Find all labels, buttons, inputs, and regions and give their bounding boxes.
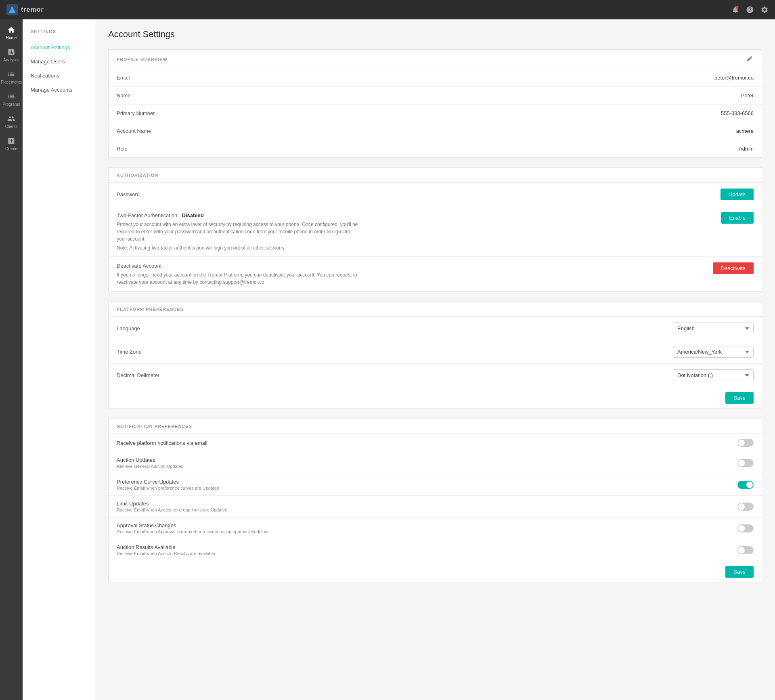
toggle-auction-results[interactable] [737,546,754,554]
profile-row-phone: Primary Number 555-333-6566 [109,105,762,122]
notification-save-button[interactable]: Save [725,566,754,578]
notif-row-platform-email: Receive platform notifications via email [109,434,762,452]
platform-preferences-title: PLATFORM PREFERENCES [117,307,184,312]
toggle-limit-updates[interactable] [737,503,754,511]
sidebar-item-account-settings[interactable]: Account Settings [23,40,95,54]
timezone-row: Time Zone America/New_York America/Chica… [109,340,762,364]
update-password-button[interactable]: Update [721,189,754,200]
notif-row-auction-results: Auction Results Available Recieve Email … [109,539,762,561]
sidebar-item-home[interactable]: Home [0,23,23,43]
toggle-approval-status[interactable] [737,524,754,532]
main-content: Account Settings PROFILE OVERVIEW Email … [95,19,775,700]
settings-gear-icon[interactable] [760,6,769,14]
authorization-header: AUTHORIZATION [109,168,762,183]
language-select[interactable]: English Spanish French German [673,323,754,334]
notif-row-approval-status: Approval Status Changes Receive Email wh… [109,518,762,539]
toggle-preference-curve[interactable] [737,481,754,489]
notification-preferences-title: NOTIFICATION PREFERENCES [117,424,192,429]
profile-row-role: Role Admin [109,140,762,157]
notif-row-limit-updates: Limit Updates Receive Email when Auction… [109,496,762,518]
authorization-section: AUTHORIZATION Password Update Two-Factor… [108,168,762,292]
profile-overview-title: PROFILE OVERVIEW [117,57,168,62]
platform-preferences-section: PLATFORM PREFERENCES Language English Sp… [108,302,762,409]
profile-row-name: Name Peter [109,87,762,105]
platform-save-row: Save [109,387,762,409]
authorization-title: AUTHORIZATION [117,173,158,178]
profile-overview-section: PROFILE OVERVIEW Email peter@tremor.co N… [108,49,762,158]
platform-save-button[interactable]: Save [725,392,754,404]
enable-two-factor-button[interactable]: Enable [721,212,754,224]
sidebar-item-create[interactable]: Create [0,134,23,154]
page-title: Account Settings [108,29,762,40]
notification-preferences-section: NOTIFICATION PREFERENCES Receive platfor… [108,419,762,583]
notif-row-auction-updates: Auction Updates Recieve General Auction … [109,452,762,474]
toggle-platform-email[interactable] [737,439,754,447]
left-sidebar: Home Analytics Placements Programs Clien… [0,19,23,700]
sidebar-item-manage-accounts[interactable]: Manage Accounts [23,83,95,97]
top-nav-actions [731,6,769,14]
decimal-select[interactable]: Dot Notation (.) Comma Notation (,) [673,369,754,381]
sidebar-item-programs[interactable]: Programs [0,89,23,110]
platform-preferences-header: PLATFORM PREFERENCES [109,302,762,317]
two-factor-row: Two-Factor Authentication: Disabled Prot… [109,206,762,257]
help-icon[interactable] [746,6,754,14]
password-row: Password Update [109,183,762,206]
app-body: Home Analytics Placements Programs Clien… [0,19,775,700]
sidebar-item-manage-users[interactable]: Manage Users [23,54,95,69]
notification-icon[interactable] [731,6,739,14]
two-factor-note: Note: Activating two-factor authenticati… [117,245,359,251]
notification-save-row: Save [109,561,762,583]
profile-overview-header: PROFILE OVERVIEW [109,50,762,69]
deactivate-description: If you no longer need your account on th… [117,271,359,286]
decimal-row: Decimal Delimeter Dot Notation (.) Comma… [109,364,762,387]
notification-preferences-header: NOTIFICATION PREFERENCES [109,419,762,434]
profile-row-account-name: Account Name acmere [109,122,762,140]
sidebar-item-clients[interactable]: Clients [0,111,23,132]
profile-row-email: Email peter@tremor.co [109,69,762,87]
sidebar-item-placements[interactable]: Placements [0,67,23,88]
sidebar-item-analytics[interactable]: Analytics [0,45,23,65]
settings-sidebar: SETTINGS Account Settings Manage Users N… [23,19,95,700]
sidebar-item-notifications[interactable]: Notifications [23,69,95,83]
two-factor-label: Two-Factor Authentication: Disabled [117,212,204,218]
two-factor-description: Protect your account with an extra layer… [117,221,359,243]
deactivate-button[interactable]: Deactivate [713,262,754,274]
app-logo: tremor [6,4,44,15]
toggle-auction-updates[interactable] [737,459,754,467]
notif-row-preference-curve: Preference Curve Updates Receive Email w… [109,474,762,496]
svg-point-2 [736,6,739,9]
timezone-select[interactable]: America/New_York America/Chicago America… [673,346,754,358]
settings-sidebar-title: SETTINGS [23,26,95,40]
language-row: Language English Spanish French German [109,317,762,340]
top-nav: tremor [0,0,775,19]
edit-profile-button[interactable] [746,54,754,64]
deactivate-row: Deactivate Account If you no longer need… [109,257,762,291]
